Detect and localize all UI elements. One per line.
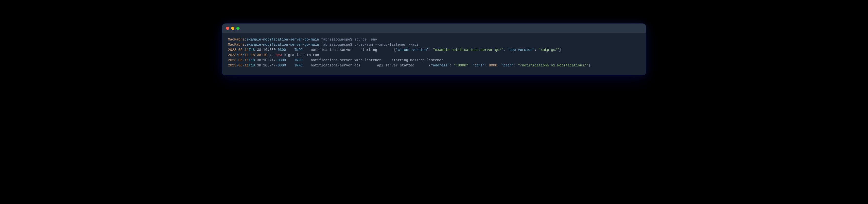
log-line-4: 2023-06-11T18:38:10.747-0300 INFO notifi… [228,63,640,68]
close-icon[interactable] [226,27,229,30]
log-line-3: 2023-06-11T18:38:10.747-0300 INFO notifi… [228,58,640,63]
minimize-icon[interactable] [231,27,235,30]
logger-name: notifications-server [311,48,352,52]
title-bar [222,24,646,33]
maximize-icon[interactable] [236,27,240,30]
terminal-window: MacFabri:example-notification-server-go-… [222,24,646,75]
cwd-path: example-notification-server-go-main [247,37,319,42]
prompt-line-2: MacFabri:example-notification-server-go-… [228,42,640,47]
command-1: source .env [354,37,377,42]
prompt-user: fabrizioguespe$ [321,37,352,42]
hostname: MacFabri [228,37,245,42]
log-line-2: 2023/06/11 18:38:10 No new migrations to… [228,53,640,58]
command-2: ./dev/run --xmtp-listener --api [354,43,418,47]
log-level: INFO [294,48,303,52]
prompt-line-1: MacFabri:example-notification-server-go-… [228,37,640,42]
log-line-1: 2023-06-11T18:38:10.730-0300 INFO notifi… [228,47,640,53]
terminal-output[interactable]: MacFabri:example-notification-server-go-… [222,33,646,75]
